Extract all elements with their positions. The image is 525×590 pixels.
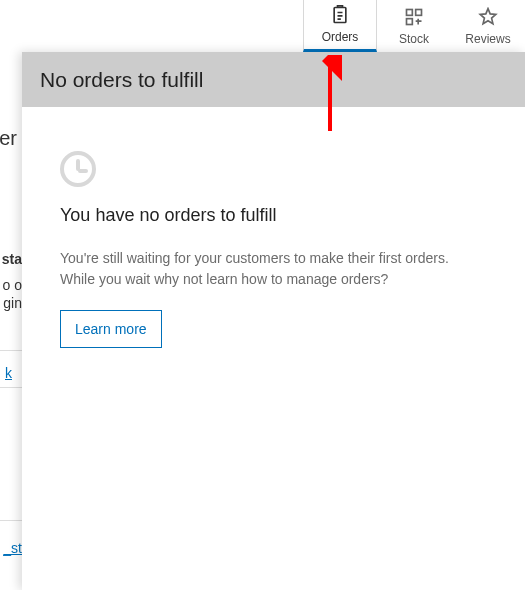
- orders-panel: No orders to fulfill You have no orders …: [22, 52, 525, 590]
- learn-more-button[interactable]: Learn more: [60, 310, 162, 348]
- bg-link: k: [5, 365, 12, 381]
- stock-icon: [404, 7, 424, 30]
- svg-rect-3: [407, 18, 413, 24]
- empty-state-title: You have no orders to fulfill: [60, 205, 487, 226]
- tab-reviews[interactable]: Reviews: [451, 0, 525, 52]
- clock-icon: [60, 151, 96, 187]
- tab-label: Orders: [322, 30, 359, 44]
- bg-separator: [0, 350, 22, 351]
- empty-state-description: You're still waiting for your customers …: [60, 248, 480, 290]
- background-peek: er sta o o gin k _st: [0, 52, 22, 590]
- bg-text: gin: [3, 295, 22, 311]
- bg-text: sta: [2, 251, 22, 267]
- reviews-icon: [478, 7, 498, 30]
- panel-header: No orders to fulfill: [22, 52, 525, 107]
- bg-separator: [0, 520, 22, 521]
- svg-rect-2: [416, 9, 422, 15]
- svg-rect-1: [407, 9, 413, 15]
- bg-text: er: [0, 127, 17, 150]
- tab-stock[interactable]: Stock: [377, 0, 451, 52]
- bg-link: _st: [3, 540, 22, 556]
- tab-orders[interactable]: Orders: [303, 0, 377, 52]
- tab-bar: Orders Stock Reviews: [303, 0, 525, 52]
- bg-text: o o: [3, 277, 22, 293]
- panel-header-title: No orders to fulfill: [40, 68, 203, 92]
- tab-label: Stock: [399, 32, 429, 46]
- panel-body: You have no orders to fulfill You're sti…: [22, 107, 525, 392]
- tab-label: Reviews: [465, 32, 510, 46]
- orders-icon: [330, 5, 350, 28]
- bg-separator: [0, 387, 22, 388]
